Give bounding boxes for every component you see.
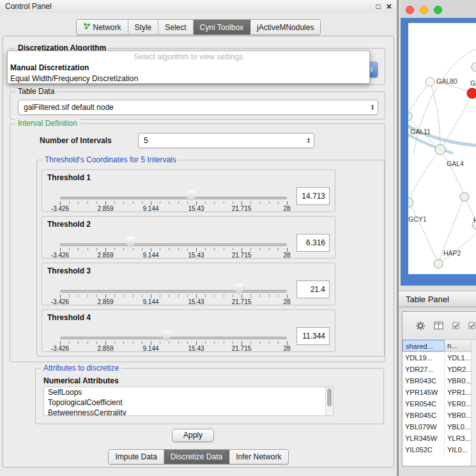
table-row[interactable]: YLR345WYLR3... xyxy=(403,433,476,444)
control-panel: Control Panel □ × Network Style Select C… xyxy=(0,0,397,476)
show-columns-icon[interactable] xyxy=(434,321,444,330)
threshold-slider-thumb[interactable] xyxy=(234,284,243,295)
table-scrollbar[interactable] xyxy=(471,340,476,466)
table-row[interactable]: YPR145WYPR1... xyxy=(403,387,476,398)
GAL11-node[interactable] xyxy=(408,112,412,121)
threshold-slider-track[interactable] xyxy=(60,197,287,199)
slider-tick xyxy=(259,201,260,204)
settings-gear-icon[interactable] xyxy=(415,321,426,331)
table-panel-body: shared... n... YDL19...YDL1...YDR27...YD… xyxy=(402,311,476,466)
table-cell: YIL0... xyxy=(445,444,473,456)
table-row[interactable]: YBL079WYBL0... xyxy=(403,421,476,433)
network-edge[interactable] xyxy=(440,150,464,197)
slider-tick xyxy=(78,248,79,250)
GAL80-node[interactable] xyxy=(426,77,434,86)
float-window-icon[interactable]: □ xyxy=(376,3,381,10)
threshold-panel: Threshold 4 -3.4262.8599.14415.4321.7152… xyxy=(42,309,335,352)
numerical-attributes-list[interactable]: SelfLoopsTopologicalCoefficientBetweenne… xyxy=(43,387,334,416)
attributes-list-scrollbar[interactable] xyxy=(325,387,333,415)
threshold-value-input[interactable]: 11.344 xyxy=(296,327,330,345)
slider-tick xyxy=(233,201,233,204)
column-header-name[interactable]: n... xyxy=(445,340,473,351)
table-row[interactable]: YDR27...YDR2... xyxy=(403,364,476,375)
close-panel-icon[interactable]: × xyxy=(387,3,392,10)
slider-scale-label: 2.859 xyxy=(97,298,113,305)
dropdown-option-equal-width-frequency[interactable]: Equal Width/Frequency Discretization xyxy=(8,73,369,84)
threshold-value-input[interactable]: 14.713 xyxy=(296,187,330,205)
table-data-group-label: Table Data xyxy=(15,87,57,96)
network-edge[interactable] xyxy=(409,203,438,264)
attribute-list-item[interactable]: TopologicalCoefficient xyxy=(44,397,333,408)
network-edge[interactable] xyxy=(438,229,476,264)
tab-select[interactable]: Select xyxy=(158,20,193,35)
slider-tick xyxy=(114,201,115,204)
tab-cyni-toolbox[interactable]: Cyni Toolbox xyxy=(194,20,250,35)
slider-tick xyxy=(178,341,179,344)
slider-tick xyxy=(178,295,179,297)
tab-impute-data[interactable]: Impute Data xyxy=(109,450,164,464)
table-panel-header[interactable]: Table Panel xyxy=(399,291,476,307)
table-row[interactable]: YDL19...YDL1... xyxy=(403,352,476,364)
threshold-value-input[interactable]: 21.4 xyxy=(296,280,330,298)
threshold-slider-thumb[interactable] xyxy=(187,190,196,201)
table-data-combobox[interactable]: galFiltered.sif default node ▲ ▼ xyxy=(18,100,378,115)
slider-tick xyxy=(160,295,160,297)
threshold-slider-track[interactable] xyxy=(60,337,287,339)
tab-cyni-toolbox-label: Cyni Toolbox xyxy=(200,23,243,32)
number-of-intervals-combobox[interactable]: 5 ▲ ▼ xyxy=(138,133,314,148)
node-mid-right[interactable] xyxy=(460,192,469,201)
GCY1-node[interactable] xyxy=(408,198,413,207)
network-icon xyxy=(83,22,91,32)
tab-style[interactable]: Style xyxy=(128,20,159,35)
slider-tick xyxy=(233,248,233,250)
attribute-list-item[interactable]: SelfLoops xyxy=(44,387,333,397)
threshold-slider-track[interactable] xyxy=(60,290,287,293)
table-data-combobox-arrows-icon[interactable]: ▲ ▼ xyxy=(371,104,378,111)
slider-tick xyxy=(250,201,251,204)
tab-network[interactable]: Network xyxy=(77,20,128,35)
apply-button[interactable]: Apply xyxy=(172,429,214,442)
tab-jactivemnodules[interactable]: jActiveMNodules xyxy=(250,20,320,35)
slider-tick xyxy=(123,201,124,204)
slider-tick xyxy=(123,295,124,297)
unselect-all-checkbox-icon[interactable] xyxy=(468,322,476,330)
attributes-scrollbar-thumb[interactable] xyxy=(327,388,332,406)
column-header-shared-name[interactable]: shared... xyxy=(403,340,445,351)
table-row[interactable]: YBR045CYBR0... xyxy=(403,410,476,421)
attribute-list-item[interactable]: BetweennessCentrality xyxy=(44,408,333,416)
HAP2-node[interactable] xyxy=(434,259,443,268)
slider-tick xyxy=(233,341,233,344)
GAL4-node[interactable] xyxy=(435,144,445,155)
threshold-slider-thumb[interactable] xyxy=(126,237,135,248)
tab-discretize-data[interactable]: Discretize Data xyxy=(164,450,229,464)
network-edge[interactable] xyxy=(413,49,476,154)
spinner-down-icon: ▼ xyxy=(371,107,374,111)
tab-infer-network[interactable]: Infer Network xyxy=(229,450,288,464)
selected-red-node[interactable] xyxy=(467,88,476,98)
threshold-label: Threshold 4 xyxy=(47,313,91,322)
number-of-intervals-arrows-icon[interactable]: ▲ ▼ xyxy=(307,137,314,144)
slider-tick xyxy=(214,295,215,297)
bottom-tab-bar: Impute Data Discretize Data Infer Networ… xyxy=(3,449,394,464)
threshold-slider-thumb[interactable] xyxy=(162,330,171,341)
table-row[interactable]: YER054CYER0... xyxy=(403,398,476,410)
network-edge[interactable] xyxy=(409,150,440,203)
node-top-right[interactable] xyxy=(472,63,476,72)
panel-titlebar[interactable]: Control Panel □ × xyxy=(0,0,397,13)
network-edge[interactable] xyxy=(408,82,430,116)
zoom-window-icon[interactable] xyxy=(434,6,442,14)
slider-tick xyxy=(187,295,188,297)
table-row[interactable]: YIL052CYIL0... xyxy=(403,444,476,456)
dropdown-option-manual-discretization[interactable]: Manual Discretization xyxy=(8,63,369,73)
threshold-slider-track[interactable] xyxy=(60,243,287,246)
minimize-window-icon[interactable] xyxy=(420,6,428,14)
table-row[interactable]: YBR043CYBR0... xyxy=(403,375,476,387)
slider-tick xyxy=(114,295,115,297)
threshold-value-input[interactable]: 6.316 xyxy=(296,234,330,252)
threshold-panel: Threshold 3 -3.4262.8599.14415.4321.7152… xyxy=(42,263,335,305)
close-window-icon[interactable] xyxy=(406,6,414,14)
table-cell: YDL19... xyxy=(403,352,445,364)
number-of-intervals-value: 5 xyxy=(139,136,148,145)
select-all-checkbox-icon[interactable] xyxy=(452,322,460,330)
network-canvas[interactable]: GAL80GAGAL11GAL4GCY1HHAP2 xyxy=(408,23,476,274)
